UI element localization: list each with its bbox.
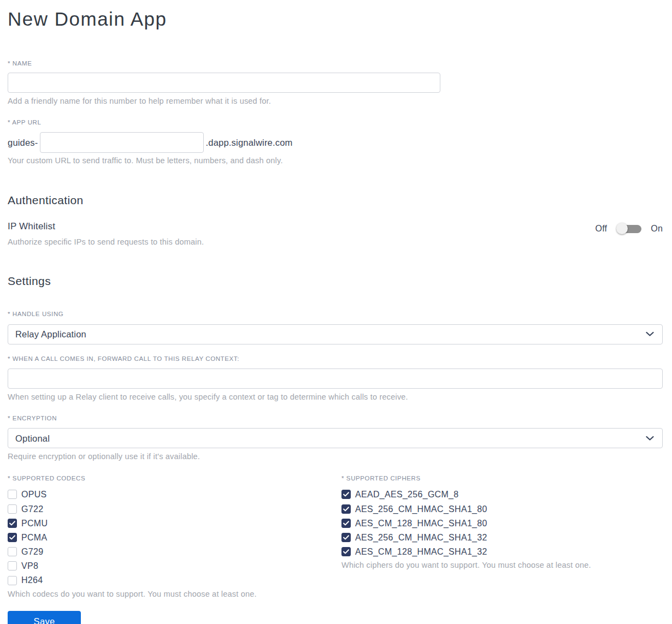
app-url-input[interactable] <box>40 132 204 153</box>
checkbox-unchecked-icon[interactable] <box>8 547 17 556</box>
checkbox-unchecked-icon[interactable] <box>8 561 17 570</box>
codec-checkbox-h264[interactable]: H264 <box>8 575 341 585</box>
checkbox-label: AES_CM_128_HMAC_SHA1_80 <box>355 518 487 528</box>
ip-whitelist-toggle[interactable] <box>616 223 641 235</box>
ip-whitelist-row: IP Whitelist Authorize specific IPs to s… <box>8 221 663 246</box>
ciphers-list: AEAD_AES_256_GCM_8AES_256_CM_HMAC_SHA1_8… <box>341 489 663 557</box>
codecs-ciphers-grid: * SUPPORTED CODECS OPUSG722PCMUPCMAG729V… <box>8 475 663 598</box>
cipher-checkbox-aes-256-cm-hmac-sha1-80[interactable]: AES_256_CM_HMAC_SHA1_80 <box>341 504 663 514</box>
codec-checkbox-pcma[interactable]: PCMA <box>8 532 341 543</box>
toggle-on-label: On <box>651 224 663 234</box>
settings-heading: Settings <box>8 275 663 287</box>
checkbox-unchecked-icon[interactable] <box>8 504 17 514</box>
handle-using-select[interactable]: Relay Application <box>8 324 663 344</box>
app-url-helper: Your custom URL to send traffic to. Must… <box>8 156 663 165</box>
relay-context-input[interactable] <box>8 369 663 389</box>
codec-checkbox-pcmu[interactable]: PCMU <box>8 518 341 528</box>
authentication-heading: Authentication <box>8 194 663 206</box>
page-title: New Domain App <box>8 7 663 32</box>
checkbox-unchecked-icon[interactable] <box>8 490 17 499</box>
supported-ciphers-column: * SUPPORTED CIPHERS AEAD_AES_256_GCM_8AE… <box>341 475 663 598</box>
checkbox-label: PCMA <box>21 532 47 543</box>
supported-ciphers-label: * SUPPORTED CIPHERS <box>341 475 663 483</box>
codec-checkbox-g722[interactable]: G722 <box>8 504 341 514</box>
ip-whitelist-label: IP Whitelist <box>8 221 204 232</box>
checkbox-label: AEAD_AES_256_GCM_8 <box>355 489 459 500</box>
cipher-checkbox-aes-cm-128-hmac-sha1-80[interactable]: AES_CM_128_HMAC_SHA1_80 <box>341 518 663 528</box>
checkbox-checked-icon[interactable] <box>341 533 351 542</box>
ciphers-helper: Which ciphers do you want to support. Yo… <box>341 561 663 569</box>
relay-context-helper: When setting up a Relay client to receiv… <box>8 392 663 402</box>
save-button[interactable]: Save <box>8 611 81 624</box>
checkbox-label: AES_CM_128_HMAC_SHA1_32 <box>355 546 487 557</box>
name-helper: Add a friendly name for this number to h… <box>8 96 663 106</box>
checkbox-checked-icon[interactable] <box>341 519 351 528</box>
app-url-row: guides- .dapp.signalwire.com <box>8 132 663 153</box>
checkbox-unchecked-icon[interactable] <box>8 576 17 585</box>
app-url-label: * APP URL <box>8 119 663 127</box>
encryption-select-wrap: Optional <box>8 428 663 448</box>
checkbox-label: G729 <box>21 546 43 557</box>
app-url-suffix: .dapp.signalwire.com <box>206 138 293 148</box>
codec-checkbox-opus[interactable]: OPUS <box>8 489 341 500</box>
cipher-checkbox-aes-256-cm-hmac-sha1-32[interactable]: AES_256_CM_HMAC_SHA1_32 <box>341 532 663 543</box>
codecs-helper: Which codecs do you want to support. You… <box>8 590 341 598</box>
encryption-select[interactable]: Optional <box>8 428 663 448</box>
supported-codecs-label: * SUPPORTED CODECS <box>8 475 341 483</box>
checkbox-label: G722 <box>21 504 43 514</box>
checkbox-checked-icon[interactable] <box>341 490 351 499</box>
cipher-checkbox-aead-aes-256-gcm-8[interactable]: AEAD_AES_256_GCM_8 <box>341 489 663 500</box>
toggle-off-label: Off <box>596 224 608 234</box>
checkbox-label: VP8 <box>21 561 38 571</box>
relay-context-label: * WHEN A CALL COMES IN, FORWARD CALL TO … <box>8 355 663 363</box>
encryption-helper: Require encryption or optionally use it … <box>8 451 663 461</box>
codec-checkbox-g729[interactable]: G729 <box>8 546 341 557</box>
checkbox-label: OPUS <box>21 489 47 500</box>
codecs-list: OPUSG722PCMUPCMAG729VP8H264 <box>8 489 341 585</box>
checkbox-label: AES_256_CM_HMAC_SHA1_80 <box>355 504 487 514</box>
encryption-label: * ENCRYPTION <box>8 415 663 423</box>
checkbox-checked-icon[interactable] <box>341 547 351 556</box>
checkbox-label: AES_256_CM_HMAC_SHA1_32 <box>355 532 487 543</box>
ip-whitelist-text: IP Whitelist Authorize specific IPs to s… <box>8 221 204 246</box>
ip-whitelist-toggle-group: Off On <box>596 223 663 235</box>
supported-codecs-column: * SUPPORTED CODECS OPUSG722PCMUPCMAG729V… <box>8 475 341 598</box>
checkbox-label: H264 <box>21 575 43 585</box>
codec-checkbox-vp8[interactable]: VP8 <box>8 561 341 571</box>
checkbox-label: PCMU <box>21 518 48 528</box>
handle-using-select-wrap: Relay Application <box>8 324 663 344</box>
checkbox-checked-icon[interactable] <box>8 519 17 528</box>
app-url-prefix: guides- <box>8 138 38 148</box>
cipher-checkbox-aes-cm-128-hmac-sha1-32[interactable]: AES_CM_128_HMAC_SHA1_32 <box>341 546 663 557</box>
name-input[interactable] <box>8 73 440 93</box>
handle-using-label: * HANDLE USING <box>8 311 663 318</box>
new-domain-app-form: New Domain App * NAME Add a friendly nam… <box>0 0 672 624</box>
checkbox-checked-icon[interactable] <box>8 533 17 542</box>
name-label: * NAME <box>8 60 663 68</box>
checkbox-checked-icon[interactable] <box>341 504 351 514</box>
ip-whitelist-helper: Authorize specific IPs to send requests … <box>8 237 204 246</box>
